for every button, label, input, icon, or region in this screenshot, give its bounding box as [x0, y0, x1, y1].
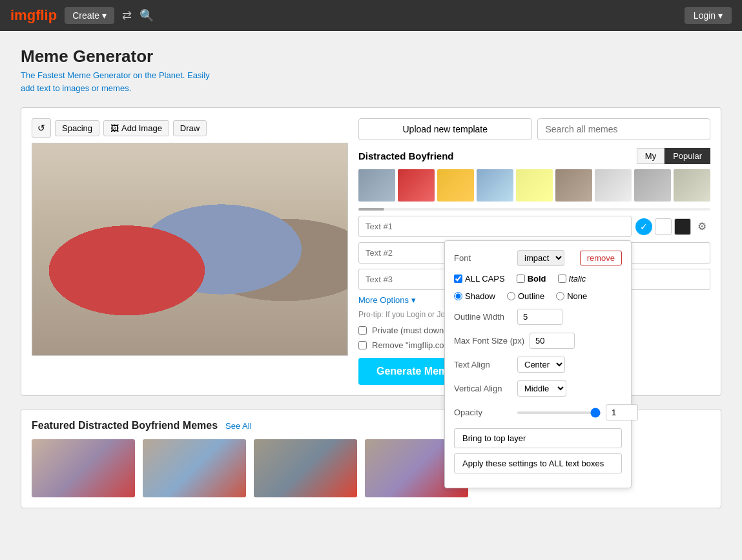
text-controls-1: ✓ ⚙	[635, 218, 710, 235]
outline-width-row: Outline Width	[454, 309, 622, 325]
all-caps-label[interactable]: ALL CAPS	[454, 274, 505, 284]
logo-img: img	[10, 7, 36, 23]
template-thumbnail-1[interactable]	[358, 169, 395, 202]
settings-gear-1-button[interactable]: ⚙	[694, 218, 710, 235]
logo[interactable]: imgflip	[10, 7, 57, 24]
template-thumbnail-5[interactable]	[516, 169, 553, 202]
text-align-row: Text Align Center Left Right	[454, 357, 622, 373]
italic-label[interactable]: Italic	[558, 274, 586, 284]
outline-radio[interactable]	[507, 292, 515, 300]
page-content: Meme Generator The Fastest Meme Generato…	[0, 31, 742, 524]
top-buttons-row: Upload new template	[358, 118, 710, 140]
settings-panel: Font impact remove ALL CAPS	[444, 240, 632, 488]
outline-label[interactable]: Outline	[507, 291, 544, 301]
none-radio[interactable]	[556, 292, 564, 300]
text-align-label: Text Align	[454, 360, 512, 369]
template-thumbnail-3[interactable]	[437, 169, 474, 202]
navbar: imgflip Create ▾ ⇄ 🔍 Login ▾	[0, 0, 742, 31]
remove-watermark-checkbox[interactable]	[358, 341, 367, 349]
italic-checkbox[interactable]	[558, 275, 566, 283]
template-name-row: Distracted Boyfriend My Popular	[358, 148, 710, 164]
confirm-text-1-button[interactable]: ✓	[635, 218, 652, 235]
opacity-input[interactable]	[606, 404, 638, 420]
tab-my[interactable]: My	[637, 148, 665, 164]
chevron-down-icon: ▾	[102, 10, 107, 21]
shuffle-icon[interactable]: ⇄	[122, 8, 132, 23]
opacity-row: Opacity	[454, 404, 622, 420]
draw-button[interactable]: Draw	[173, 120, 207, 136]
page-title: Meme Generator	[21, 47, 721, 67]
scroll-indicator	[358, 208, 710, 211]
featured-thumb-2[interactable]	[143, 439, 246, 497]
editor-container: ↺ Spacing 🖼 Add Image Draw Upload new te…	[21, 107, 721, 396]
template-thumbnail-6[interactable]	[555, 169, 592, 202]
text-align-select[interactable]: Center Left Right	[517, 357, 565, 373]
apply-all-button[interactable]: Apply these settings to ALL text boxes	[454, 453, 622, 473]
meme-canvas[interactable]	[32, 143, 348, 356]
image-icon: 🖼	[110, 123, 119, 133]
bold-label[interactable]: Bold	[517, 274, 546, 284]
all-caps-checkbox[interactable]	[454, 275, 462, 283]
text-color-black-1[interactable]	[674, 218, 691, 235]
scroll-thumb	[358, 208, 384, 211]
bold-checkbox[interactable]	[517, 275, 525, 283]
font-label: Font	[454, 253, 512, 263]
meme-image-display	[32, 143, 347, 355]
editor-right: Upload new template Distracted Boyfriend…	[358, 118, 710, 385]
spacing-button[interactable]: Spacing	[55, 120, 99, 136]
undo-button[interactable]: ↺	[32, 118, 51, 138]
login-button[interactable]: Login ▾	[685, 7, 732, 24]
see-all-link[interactable]: See All	[225, 421, 251, 431]
search-icon[interactable]: 🔍	[139, 8, 154, 23]
template-name: Distracted Boyfriend	[358, 150, 454, 161]
opacity-slider[interactable]	[517, 411, 601, 414]
search-input[interactable]	[537, 118, 711, 140]
opacity-label: Opacity	[454, 408, 512, 417]
text-input-1-wrapper: Font impact remove ALL CAPS	[358, 216, 632, 237]
add-image-button[interactable]: 🖼 Add Image	[103, 120, 169, 136]
tab-popular[interactable]: Popular	[665, 148, 710, 164]
template-thumbnail-8[interactable]	[634, 169, 671, 202]
template-thumbnail-9[interactable]	[674, 169, 710, 202]
editor-toolbar: ↺ Spacing 🖼 Add Image Draw	[32, 118, 348, 138]
chevron-down-icon: ▾	[718, 10, 723, 21]
text-input-1[interactable]	[358, 216, 632, 237]
upload-template-button[interactable]: Upload new template	[358, 118, 532, 140]
font-select[interactable]: impact	[517, 250, 564, 266]
featured-thumb-3[interactable]	[254, 439, 357, 497]
bring-to-top-button[interactable]: Bring to top layer	[454, 428, 622, 448]
shadow-label[interactable]: Shadow	[454, 291, 495, 301]
font-row: Font impact remove	[454, 250, 622, 266]
template-thumbnail-2[interactable]	[398, 169, 435, 202]
outline-width-input[interactable]	[517, 309, 562, 325]
navbar-left: imgflip Create ▾ ⇄ 🔍	[10, 7, 154, 24]
chevron-down-icon: ▾	[411, 295, 416, 305]
featured-thumb-1[interactable]	[32, 439, 135, 497]
create-label: Create	[72, 10, 99, 21]
editor-left: ↺ Spacing 🖼 Add Image Draw	[32, 118, 348, 385]
vertical-align-select[interactable]: Middle Top Bottom	[517, 380, 566, 397]
logo-flip: flip	[36, 7, 57, 23]
none-label[interactable]: None	[556, 291, 587, 301]
remove-button[interactable]: remove	[580, 251, 622, 265]
max-font-size-input[interactable]	[530, 333, 575, 349]
shadow-outline-row: Shadow Outline None	[454, 291, 622, 301]
thumbnail-row	[358, 169, 710, 202]
editor-row: ↺ Spacing 🖼 Add Image Draw Upload new te…	[32, 118, 710, 385]
template-thumbnail-7[interactable]	[595, 169, 632, 202]
template-thumbnail-4[interactable]	[477, 169, 513, 202]
caps-bold-italic-row: ALL CAPS Bold Italic	[454, 274, 622, 284]
vertical-align-row: Vertical Align Middle Top Bottom	[454, 380, 622, 397]
max-font-size-label: Max Font Size (px)	[454, 336, 524, 346]
private-checkbox[interactable]	[358, 326, 367, 335]
text-color-white-1[interactable]	[655, 218, 672, 235]
max-font-size-row: Max Font Size (px)	[454, 333, 622, 349]
text-box-1-row: Font impact remove ALL CAPS	[358, 216, 710, 237]
create-button[interactable]: Create ▾	[65, 7, 114, 24]
outline-width-label: Outline Width	[454, 312, 512, 322]
featured-title: Featured Distracted Boyfriend Memes	[32, 420, 218, 431]
vertical-align-label: Vertical Align	[454, 384, 512, 393]
tab-group: My Popular	[637, 148, 710, 164]
page-subtitle: The Fastest Meme Generator on the Planet…	[21, 69, 721, 94]
shadow-radio[interactable]	[454, 292, 462, 300]
